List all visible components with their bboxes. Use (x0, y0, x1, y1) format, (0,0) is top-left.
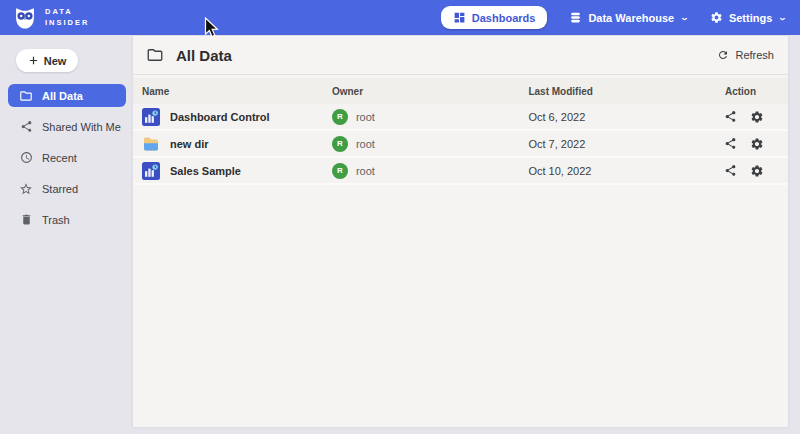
column-header-name: Name (133, 86, 323, 97)
gear-icon (710, 11, 723, 24)
table-row[interactable]: Sales Sample R root Oct 10, 2022 (133, 158, 788, 185)
refresh-label: Refresh (735, 49, 774, 61)
database-icon (569, 11, 582, 24)
sidebar-item-label: All Data (42, 90, 83, 102)
sidebar-item-trash[interactable]: Trash (8, 208, 126, 231)
table-row[interactable]: new dir R root Oct 7, 2022 (133, 131, 788, 158)
chart-file-icon (142, 162, 160, 180)
gear-icon[interactable] (750, 164, 764, 178)
settings-menu[interactable]: Settings ⌄ (710, 11, 786, 24)
share-icon (19, 120, 33, 133)
chevron-down-icon: ⌄ (680, 13, 689, 22)
share-icon[interactable] (724, 137, 737, 150)
last-modified-date: Oct 6, 2022 (519, 111, 716, 123)
sidebar-item-label: Shared With Me (42, 121, 121, 133)
folder-icon (146, 46, 164, 64)
dashboards-label: Dashboards (472, 12, 536, 24)
data-warehouse-menu[interactable]: Data Warehouse ⌄ (569, 11, 688, 24)
sidebar-item-label: Recent (42, 152, 77, 164)
file-name: Sales Sample (170, 165, 241, 177)
dashboards-button[interactable]: Dashboards (441, 6, 548, 29)
folder-file-icon (142, 135, 160, 153)
gear-icon[interactable] (750, 137, 764, 151)
new-button-label: New (44, 55, 67, 67)
gear-icon[interactable] (750, 110, 764, 124)
sidebar-item-label: Starred (42, 183, 78, 195)
owl-logo-icon (12, 5, 38, 31)
column-header-action: Action (716, 86, 788, 97)
chart-file-icon (142, 108, 160, 126)
header-nav: Dashboards Data Warehouse ⌄ Settings ⌄ (441, 6, 786, 29)
share-icon[interactable] (724, 110, 737, 123)
new-button[interactable]: New (16, 49, 78, 72)
owner-avatar: R (332, 109, 348, 125)
sidebar-item-label: Trash (42, 214, 70, 226)
owner-avatar: R (332, 163, 348, 179)
page-title: All Data (176, 47, 232, 64)
sidebar-list: All Data Shared With Me Recent Starred T (0, 84, 133, 231)
last-modified-date: Oct 7, 2022 (519, 138, 716, 150)
owner-name: root (356, 111, 375, 123)
owner-avatar: R (332, 136, 348, 152)
refresh-icon (717, 49, 729, 61)
sidebar-item-recent[interactable]: Recent (8, 146, 126, 169)
column-header-owner: Owner (323, 86, 520, 97)
sidebar-item-all-data[interactable]: All Data (8, 84, 126, 107)
data-warehouse-label: Data Warehouse (588, 12, 674, 24)
mouse-cursor (204, 17, 219, 43)
brand-logo: DATA INSIDER (12, 5, 89, 31)
app-header: DATA INSIDER Dashboards Data Warehouse ⌄ (0, 0, 800, 35)
plus-icon (28, 55, 39, 66)
star-icon (19, 182, 33, 196)
sidebar-item-shared-with-me[interactable]: Shared With Me (8, 115, 126, 138)
last-modified-date: Oct 10, 2022 (519, 165, 716, 177)
title-bar: All Data Refresh (133, 36, 788, 75)
main-panel: All Data Refresh Name Owner Last Modifie… (133, 36, 788, 427)
brand-name: DATA INSIDER (45, 7, 89, 29)
refresh-button[interactable]: Refresh (717, 49, 774, 61)
column-header-last-modified: Last Modified (519, 86, 716, 97)
chevron-down-icon: ⌄ (778, 13, 787, 22)
table-header: Name Owner Last Modified Action (133, 78, 788, 104)
file-name: new dir (170, 138, 209, 150)
file-name: Dashboard Control (170, 111, 270, 123)
clock-icon (19, 151, 33, 164)
owner-name: root (356, 138, 375, 150)
owner-name: root (356, 165, 375, 177)
sidebar: New All Data Shared With Me Recent Star (0, 35, 133, 434)
folder-icon (19, 89, 33, 103)
settings-label: Settings (729, 12, 772, 24)
trash-icon (19, 213, 33, 226)
dashboard-icon (453, 11, 466, 24)
sidebar-item-starred[interactable]: Starred (8, 177, 126, 200)
share-icon[interactable] (724, 164, 737, 177)
table-row[interactable]: Dashboard Control R root Oct 6, 2022 (133, 104, 788, 131)
